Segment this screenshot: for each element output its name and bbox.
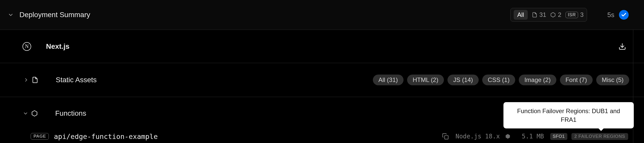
asset-tag-html[interactable]: HTML (2) (407, 75, 444, 85)
asset-tag-image[interactable]: Image (2) (519, 75, 556, 85)
deployment-summary-header[interactable]: Deployment Summary All 31 2 ISR 3 5s (0, 0, 644, 30)
isr-badge: ISR (566, 12, 578, 18)
asset-tag-font[interactable]: Font (7) (560, 75, 593, 85)
static-assets-label: Static Assets (56, 76, 97, 84)
size-label: 5.1 MB (522, 133, 544, 140)
function-path: api/edge-function-example (54, 133, 158, 140)
framework-name: Next.js (46, 42, 70, 51)
filter-functions-count: 2 (558, 11, 561, 18)
asset-tag-js[interactable]: JS (14) (447, 75, 478, 85)
function-meta: Node.js 18.x 5.1 MB SFO1 2 FAILOVER REGI… (442, 133, 628, 140)
failover-regions-pill[interactable]: 2 FAILOVER REGIONS (571, 133, 628, 140)
filter-functions[interactable]: 2 (550, 11, 561, 18)
svg-rect-1 (445, 136, 448, 139)
framework-row: N Next.js (0, 30, 644, 63)
summary-filter-group: All 31 2 ISR 3 (510, 8, 587, 22)
runtime-label: Node.js 18.x (455, 133, 500, 140)
function-icon (550, 12, 556, 18)
download-icon[interactable] (618, 43, 626, 50)
page-icon (532, 12, 537, 18)
chevron-down-icon (7, 11, 14, 18)
chevron-right-icon (22, 76, 30, 84)
failover-tooltip: Function Failover Regions: DUB1 and FRA1 (503, 102, 634, 128)
chevron-down-icon (22, 110, 29, 117)
region-pill: SFO1 (550, 133, 567, 140)
asset-tags: All (31) HTML (2) JS (14) CSS (1) Image … (373, 75, 629, 85)
filter-isr[interactable]: ISR 3 (566, 11, 584, 18)
filter-pages-count: 31 (539, 11, 546, 18)
page-type-badge: PAGE (31, 133, 49, 140)
asset-tag-all[interactable]: All (31) (373, 75, 404, 85)
function-item-row[interactable]: PAGE api/edge-function-example Node.js 1… (0, 130, 644, 143)
static-assets-row[interactable]: Static Assets All (31) HTML (2) JS (14) … (0, 63, 644, 97)
copy-icon[interactable] (442, 133, 449, 140)
cube-icon (505, 134, 511, 139)
build-time: 5s (607, 11, 614, 19)
asset-tag-misc[interactable]: Misc (5) (596, 75, 629, 85)
nextjs-logo-icon: N (22, 42, 31, 51)
filter-pages[interactable]: 31 (532, 11, 546, 18)
deployment-summary-title: Deployment Summary (19, 11, 90, 19)
function-icon (31, 110, 38, 117)
success-check-icon (619, 10, 629, 20)
filter-all[interactable]: All (514, 10, 528, 20)
asset-tag-css[interactable]: CSS (1) (482, 75, 515, 85)
page-icon (32, 77, 38, 83)
functions-label: Functions (55, 109, 86, 117)
filter-isr-count: 3 (580, 11, 583, 18)
